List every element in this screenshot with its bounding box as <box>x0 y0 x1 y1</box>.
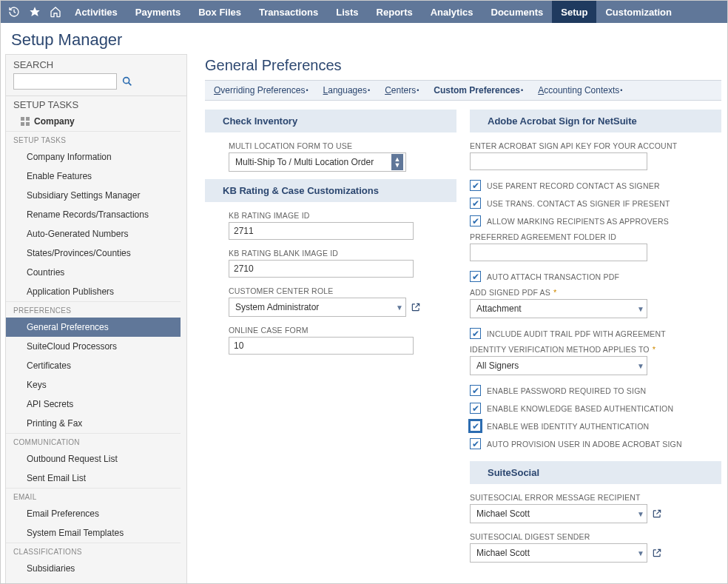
sidebar-item-subsidiaries[interactable]: Subsidiaries <box>6 559 181 578</box>
multi-location-label: MULTI LOCATION FORM TO USE <box>229 140 456 152</box>
sidebar-item-printing-fax[interactable]: Printing & Fax <box>6 414 181 433</box>
popout-icon[interactable] <box>652 548 662 558</box>
sidebar-item-countries[interactable]: Countries <box>6 263 181 282</box>
pref-folder-input[interactable] <box>470 244 647 261</box>
subtab-custom-preferences[interactable]: Custom Preferences• <box>434 85 523 95</box>
sidebar-item-general-preferences[interactable]: General Preferences <box>6 318 181 337</box>
popout-icon[interactable] <box>411 302 421 312</box>
sidebar-search-input[interactable] <box>13 73 117 90</box>
subtabs: Overriding Preferences•Languages•Centers… <box>205 80 721 101</box>
sidebar-item-sent-email-list[interactable]: Sent Email List <box>6 469 181 488</box>
cb-auto-attach-label: AUTO ATTACH TRANSACTION PDF <box>487 272 619 281</box>
sidebar-company-label: Company <box>34 116 75 127</box>
kb-rating-label: KB RATING IMAGE ID <box>229 209 456 222</box>
customer-center-select[interactable]: System Administrator <box>229 298 406 317</box>
popout-icon[interactable] <box>652 509 662 519</box>
cb-audit-trail-label: INCLUDE AUDIT TRAIL PDF WITH AGREEMENT <box>487 329 666 338</box>
cb-allow-approvers[interactable] <box>470 215 481 226</box>
sidebar-item-statesprovincescounties[interactable]: States/Provinces/Counties <box>6 244 181 263</box>
company-icon <box>21 117 30 126</box>
ss-error-select[interactable]: Michael Scott <box>470 504 647 523</box>
subtab-overriding-preferences[interactable]: Overriding Preferences• <box>214 85 309 95</box>
sidebar-header-communication: COMMUNICATION <box>6 433 181 449</box>
cb-parent-signer[interactable] <box>470 180 481 191</box>
subtab-accounting-contexts[interactable]: Accounting Contexts• <box>538 85 622 95</box>
sidebar-item-suitecloud-processors[interactable]: SuiteCloud Processors <box>6 337 181 356</box>
sidebar-item-auto-generated-numbers[interactable]: Auto-Generated Numbers <box>6 224 181 244</box>
pref-folder-label: PREFERRED AGREEMENT FOLDER ID <box>470 231 721 244</box>
sidebar-item-api-secrets[interactable]: API Secrets <box>6 395 181 414</box>
cb-web-identity-label: ENABLE WEB IDENTITY AUTHENTICATION <box>487 422 649 431</box>
page-title: Setup Manager <box>1 23 727 54</box>
home-icon[interactable] <box>45 1 66 22</box>
online-case-input[interactable] <box>229 337 414 355</box>
svg-line-2 <box>129 83 132 86</box>
section-check-inventory: Check Inventory <box>205 110 456 132</box>
sidebar-header-preferences: PREFERENCES <box>6 301 181 318</box>
subtab-languages[interactable]: Languages• <box>323 85 371 95</box>
content-area: General Preferences Overriding Preferenc… <box>187 54 727 584</box>
sidebar-item-outbound-request-list[interactable]: Outbound Request List <box>6 449 181 469</box>
ss-digest-label: SUITESOCIAL DIGEST SENDER <box>470 531 721 543</box>
star-icon[interactable] <box>24 1 45 22</box>
nav-lists[interactable]: Lists <box>327 1 367 23</box>
sidebar-header-setup-tasks: SETUP TASKS <box>6 131 181 147</box>
cb-audit-trail[interactable] <box>470 328 481 339</box>
nav-transactions[interactable]: Transactions <box>250 1 327 23</box>
cb-auto-provision[interactable] <box>470 438 481 449</box>
ss-digest-select[interactable]: Michael Scott <box>470 543 647 563</box>
kb-rating-blank-label: KB RATING BLANK IMAGE ID <box>229 247 456 260</box>
nav-box-files[interactable]: Box Files <box>189 1 250 23</box>
cb-trans-contact[interactable] <box>470 198 481 209</box>
cb-kba-label: ENABLE KNOWLEDGE BASED AUTHENTICATION <box>487 404 673 413</box>
sidebar-item-subsidiary-settings-manager[interactable]: Subsidiary Settings Manager <box>6 186 181 205</box>
sidebar-item-rename-recordstransactions[interactable]: Rename Records/Transactions <box>6 205 181 224</box>
api-key-label: ENTER ACROBAT SIGN API KEY FOR YOUR ACCO… <box>470 140 721 152</box>
sidebar-header-classifications: CLASSIFICATIONS <box>6 543 181 559</box>
nav-setup[interactable]: Setup <box>552 1 596 23</box>
history-icon[interactable] <box>4 1 24 22</box>
multi-location-select[interactable]: Multi-Ship To / Multi Location Order <box>229 152 406 172</box>
online-case-label: ONLINE CASE FORM <box>229 324 456 337</box>
kb-rating-blank-input[interactable] <box>229 260 414 278</box>
api-key-input[interactable] <box>470 152 647 170</box>
sidebar-item-keys[interactable]: Keys <box>6 375 181 395</box>
search-icon[interactable] <box>121 75 133 87</box>
content-title: General Preferences <box>205 54 721 80</box>
section-suitesocial: SuiteSocial <box>470 461 721 484</box>
kb-rating-input[interactable] <box>229 222 414 240</box>
sidebar-item-enable-features[interactable]: Enable Features <box>6 167 181 186</box>
right-column: Adobe Acrobat Sign for NetSuite ENTER AC… <box>470 110 721 570</box>
sidebar-item-email-preferences[interactable]: Email Preferences <box>6 504 181 523</box>
nav-customization[interactable]: Customization <box>596 1 681 23</box>
left-column: Check Inventory MULTI LOCATION FORM TO U… <box>205 110 456 570</box>
svg-rect-3 <box>21 117 24 121</box>
nav-analytics[interactable]: Analytics <box>422 1 482 23</box>
svg-point-1 <box>124 78 129 84</box>
sidebar-item-company-information[interactable]: Company Information <box>6 147 181 167</box>
cb-auto-attach[interactable] <box>470 271 481 282</box>
ss-error-label: SUITESOCIAL ERROR MESSAGE RECIPIENT <box>470 491 721 504</box>
identity-select[interactable]: All Signers <box>470 356 647 375</box>
svg-rect-6 <box>26 122 30 126</box>
nav-activities[interactable]: Activities <box>66 1 127 23</box>
section-kb-rating: KB Rating & Case Customizations <box>205 179 456 202</box>
sidebar-company-row[interactable]: Company <box>6 113 181 131</box>
nav-reports[interactable]: Reports <box>368 1 422 23</box>
cb-allow-approvers-label: ALLOW MARKING RECIPIENTS AS APPROVERS <box>487 217 669 226</box>
sidebar-item-certificates[interactable]: Certificates <box>6 356 181 375</box>
nav-documents[interactable]: Documents <box>482 1 553 23</box>
cb-web-identity[interactable] <box>470 420 481 432</box>
sidebar-tasks-header: SETUP TASKS <box>6 95 186 113</box>
add-signed-select[interactable]: Attachment <box>470 299 647 318</box>
nav-payments[interactable]: Payments <box>127 1 189 23</box>
sidebar-item-system-email-templates[interactable]: System Email Templates <box>6 523 181 543</box>
sidebar: SEARCH SETUP TASKS Company SETUP TASKSCo… <box>5 54 187 584</box>
cb-pwd-required[interactable] <box>470 385 481 396</box>
sidebar-item-application-publishers[interactable]: Application Publishers <box>6 282 181 301</box>
cb-trans-contact-label: USE TRANS. CONTACT AS SIGNER IF PRESENT <box>487 199 670 208</box>
svg-rect-5 <box>21 122 24 126</box>
cb-kba[interactable] <box>470 403 481 414</box>
subtab-centers[interactable]: Centers• <box>385 85 419 95</box>
sidebar-search-header: SEARCH <box>6 55 186 73</box>
